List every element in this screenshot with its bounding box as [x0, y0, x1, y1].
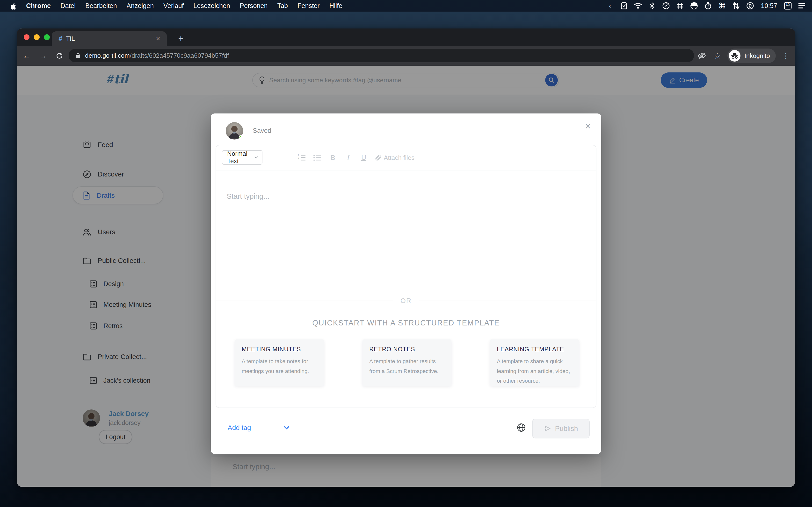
- calendar-icon[interactable]: 15: [782, 0, 793, 11]
- menu-item-fenster[interactable]: Fenster: [293, 0, 324, 12]
- composer-modal: Saved × Normal Text 123: [211, 113, 601, 454]
- url-path: /drafts/602a45770c9aa60794b57fdf: [130, 52, 229, 59]
- tab-title: TIL: [66, 35, 154, 42]
- kebab-menu-icon[interactable]: ⋮: [780, 50, 791, 61]
- address-bar[interactable]: demo.go-til.com/drafts/602a45770c9aa6079…: [69, 49, 694, 62]
- bookmark-star-icon[interactable]: ☆: [712, 50, 723, 61]
- window-close-button[interactable]: [24, 34, 30, 40]
- menu-item-lesezeichen[interactable]: Lesezeichen: [189, 0, 235, 12]
- template-card-retro-notes[interactable]: RETRO NOTES A template to gather results…: [362, 339, 451, 386]
- reload-button[interactable]: [53, 49, 66, 62]
- tab-strip: # TIL × +: [17, 29, 795, 46]
- browser-toolbar: ← → demo.go-til.com/drafts/602a45770c9aa…: [17, 46, 795, 66]
- grid-hash-icon[interactable]: [675, 0, 686, 11]
- apple-icon: [10, 2, 16, 10]
- template-description: A template to take notes for meetings yo…: [242, 356, 317, 376]
- menu-item-bearbeiten[interactable]: Bearbeiten: [81, 0, 122, 12]
- lock-icon: [75, 52, 81, 59]
- format-dropdown[interactable]: Normal Text: [222, 150, 262, 165]
- send-icon: [544, 425, 551, 432]
- template-title: RETRO NOTES: [369, 346, 445, 353]
- template-card-meeting-minutes[interactable]: MEETING MINUTES A template to take notes…: [235, 339, 324, 386]
- browser-window: # TIL × + ← → demo.go-til.com/drafts/602…: [17, 29, 795, 487]
- menu-bar-clock[interactable]: 10:57: [759, 2, 779, 10]
- menu-item-tab[interactable]: Tab: [272, 0, 293, 12]
- quickstart-heading: QUICKSTART WITH A STRUCTURED TEMPLATE: [216, 319, 596, 327]
- menu-item-verlauf[interactable]: Verlauf: [158, 0, 189, 12]
- back-button[interactable]: ←: [20, 49, 33, 62]
- url-domain: demo.go-til.com: [85, 52, 130, 59]
- toolbar-right-icons: ☆ Inkognito ⋮: [697, 46, 791, 66]
- online-status-dot: [239, 135, 243, 139]
- window-minimize-button[interactable]: [34, 34, 40, 40]
- apple-menu[interactable]: [5, 0, 21, 12]
- paperclip-icon: [374, 154, 382, 161]
- chevron-down-icon: [254, 156, 258, 159]
- forward-button[interactable]: →: [36, 49, 50, 62]
- window-zoom-button[interactable]: [44, 34, 50, 40]
- command-icon[interactable]: ⌘: [717, 0, 727, 11]
- publish-label: Publish: [555, 425, 578, 433]
- calendar-day: 15: [782, 2, 793, 7]
- wifi-icon[interactable]: [633, 0, 643, 11]
- circled-zero-icon[interactable]: [745, 0, 755, 11]
- timer-icon[interactable]: [703, 0, 713, 11]
- editor-panel: Normal Text 123 B I U: [215, 145, 597, 408]
- modal-close-icon[interactable]: ×: [583, 119, 593, 133]
- divider-line: [419, 300, 596, 301]
- notification-list-icon[interactable]: [797, 0, 807, 11]
- menu-app-name[interactable]: Chrome: [21, 0, 56, 12]
- eye-off-icon[interactable]: [697, 50, 707, 61]
- template-cards: MEETING MINUTES A template to take notes…: [235, 339, 579, 386]
- incognito-label: Inkognito: [744, 52, 770, 60]
- or-label: OR: [400, 297, 412, 305]
- bluetooth-icon[interactable]: [647, 0, 657, 11]
- macos-menu-bar: Chrome Datei Bearbeiten Anzeigen Verlauf…: [0, 0, 812, 12]
- composer-avatar: [226, 122, 243, 139]
- chevron-left-icon[interactable]: ‹: [605, 0, 615, 11]
- journal-check-icon[interactable]: [619, 0, 629, 11]
- editor-placeholder: Start typing...: [227, 192, 269, 201]
- template-card-learning-template[interactable]: LEARNING TEMPLATE A template to share a …: [490, 339, 579, 386]
- menu-item-personen[interactable]: Personen: [235, 0, 272, 12]
- updown-arrows-icon[interactable]: [731, 0, 742, 11]
- or-divider: OR: [216, 297, 596, 305]
- visibility-globe-icon[interactable]: [517, 423, 526, 432]
- menu-item-anzeigen[interactable]: Anzeigen: [122, 0, 159, 12]
- underline-icon[interactable]: U: [359, 153, 368, 162]
- template-title: MEETING MINUTES: [242, 346, 317, 353]
- editor-area[interactable]: Start typing...: [226, 192, 269, 201]
- divider-line: [216, 300, 393, 301]
- template-description: A template to gather results from a Scru…: [369, 356, 445, 376]
- italic-icon[interactable]: I: [344, 153, 353, 162]
- modal-footer: Add tag Publish: [211, 408, 601, 454]
- menu-item-hilfe[interactable]: Hilfe: [324, 0, 347, 12]
- template-title: LEARNING TEMPLATE: [497, 346, 572, 353]
- menu-bar-status-area: ‹ ⌘: [605, 0, 807, 11]
- svg-text:3: 3: [298, 159, 299, 161]
- template-description: A template to share a quick learning fro…: [497, 356, 572, 386]
- add-tag-label: Add tag: [227, 424, 251, 432]
- bold-icon[interactable]: B: [328, 153, 337, 162]
- text-caret: [226, 192, 226, 201]
- format-dropdown-value: Normal Text: [227, 150, 254, 165]
- trackpad-gesture-icon[interactable]: [661, 0, 671, 11]
- eclipse-icon[interactable]: [689, 0, 699, 11]
- add-tag-dropdown[interactable]: Add tag: [227, 424, 251, 432]
- save-status-text: Saved: [253, 127, 271, 134]
- attach-files-button[interactable]: Attach files: [374, 154, 414, 162]
- publish-button[interactable]: Publish: [532, 418, 590, 439]
- tab-favicon-hash: #: [58, 35, 62, 43]
- incognito-icon: [729, 50, 741, 62]
- browser-tab[interactable]: # TIL ×: [52, 32, 167, 46]
- tab-close-icon[interactable]: ×: [154, 35, 162, 43]
- attach-files-label: Attach files: [384, 154, 414, 162]
- chevron-down-icon: [284, 426, 290, 430]
- new-tab-button[interactable]: +: [174, 32, 187, 45]
- bullet-list-icon[interactable]: [313, 153, 322, 162]
- desktop: Chrome Datei Bearbeiten Anzeigen Verlauf…: [0, 0, 812, 507]
- ordered-list-icon[interactable]: 123: [297, 153, 306, 162]
- incognito-badge: Inkognito: [727, 49, 776, 63]
- editor-toolbar: Normal Text 123 B I U: [216, 145, 596, 170]
- menu-item-datei[interactable]: Datei: [56, 0, 81, 12]
